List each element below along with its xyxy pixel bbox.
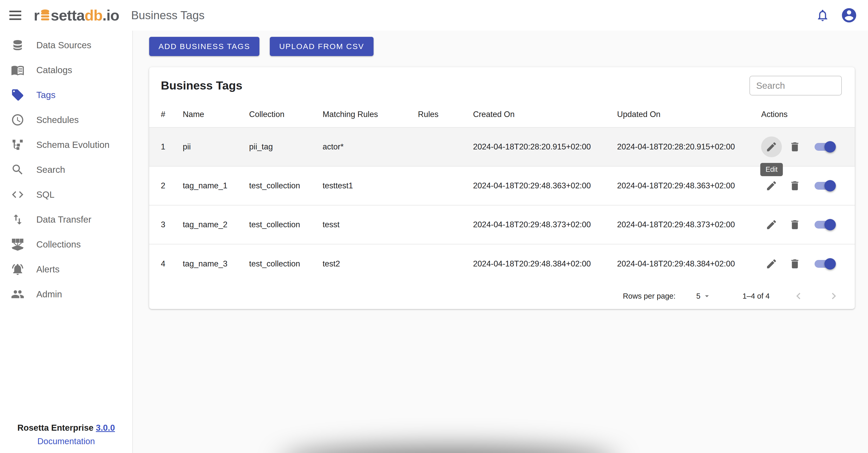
rows-per-page-select[interactable]: 5 [696,292,711,300]
sidebar-item-schedules[interactable]: Schedules [0,108,132,132]
dropdown-arrow-icon [703,292,711,300]
edit-button[interactable] [761,253,782,274]
logo-text-1: r [34,8,39,23]
enabled-toggle[interactable] [814,182,834,190]
code-icon [11,188,24,201]
collections-icon [11,238,24,251]
main-content: ADD BUSINESS TAGS UPLOAD FROM CSV Busine… [133,31,868,453]
menu-icon[interactable] [4,4,27,27]
enabled-toggle[interactable] [814,260,834,268]
app-logo[interactable]: r setta db .io [34,8,119,23]
edit-icon [766,219,777,231]
rows-per-page-label: Rows per page: [623,292,676,300]
cell-num: 1 [149,127,171,166]
card-title: Business Tags [161,79,242,92]
enabled-toggle[interactable] [814,221,834,229]
cell-name: tag_name_3 [171,244,237,283]
edit-button[interactable]: Edit [761,137,782,157]
col-num: # [149,101,171,127]
cell-collection: test_collection [237,166,311,205]
cell-name: pii [171,127,237,166]
sidebar-item-label: Schedules [36,115,79,125]
chevron-right-icon [827,290,840,303]
col-updated-on: Updated On [606,101,749,127]
topbar: r setta db .io Business Tags [0,0,868,31]
search-input[interactable] [749,76,842,95]
chevron-left-icon [792,290,805,303]
add-business-tags-button[interactable]: ADD BUSINESS TAGS [149,37,259,56]
delete-icon [789,141,801,153]
notifications-icon[interactable] [815,8,830,22]
sidebar-item-label: Alerts [36,264,59,274]
transfer-icon [11,213,24,226]
delete-icon [789,219,801,231]
business-tags-card: Business Tags # Name Collection Matching… [149,67,855,309]
pagination-bar: Rows per page: 5 1–4 of 4 [149,283,855,309]
edit-button[interactable] [761,175,782,196]
database-icon [11,38,24,52]
tag-icon [11,88,24,102]
sidebar-item-data-transfer[interactable]: Data Transfer [0,207,132,232]
col-created-on: Created On [461,101,605,127]
cell-num: 3 [149,205,171,244]
cell-created: 2024-04-18T20:29:48.363+02:00 [461,166,605,205]
table-row: 3 tag_name_2 test_collection tesst 2024-… [149,205,855,244]
sidebar-item-label: Collections [36,239,81,250]
col-name: Name [171,101,237,127]
upload-from-csv-button[interactable]: UPLOAD FROM CSV [270,37,374,56]
table-row: 1 pii pii_tag actor* 2024-04-18T20:28:20… [149,127,855,166]
cell-num: 4 [149,244,171,283]
alert-bell-icon [11,263,24,276]
col-collection: Collection [237,101,311,127]
cell-updated: 2024-04-18T20:28:20.915+02:00 [606,127,749,166]
delete-button[interactable] [784,175,805,196]
business-tags-table: # Name Collection Matching Rules Rules C… [149,101,855,283]
delete-button[interactable] [784,137,805,157]
cell-collection: pii_tag [237,127,311,166]
next-page-button[interactable] [827,290,840,303]
edit-icon [766,141,777,153]
sidebar-item-label: Search [36,164,65,175]
cell-collection: test_collection [237,244,311,283]
logo-text-3: db [85,8,102,23]
cell-name: tag_name_1 [171,166,237,205]
sidebar-item-schema-evolution[interactable]: Schema Evolution [0,132,132,157]
cell-updated: 2024-04-18T20:29:48.384+02:00 [606,244,749,283]
cell-created: 2024-04-18T20:29:48.384+02:00 [461,244,605,283]
edit-icon [766,180,777,192]
edit-tooltip: Edit [761,163,783,176]
edit-icon [766,258,777,270]
documentation-link[interactable]: Documentation [37,436,95,446]
sidebar-item-collections[interactable]: Collections [0,232,132,257]
sidebar-item-label: SQL [36,189,55,200]
cell-rules [406,205,461,244]
delete-icon [789,258,801,270]
sidebar-item-sql[interactable]: SQL [0,182,132,207]
cell-collection: test_collection [237,205,311,244]
sidebar-item-admin[interactable]: Admin [0,282,132,307]
edit-button[interactable] [761,214,782,235]
cell-matching: test2 [311,244,406,283]
search-icon [11,163,24,176]
sidebar-item-search[interactable]: Search [0,157,132,182]
sidebar-item-alerts[interactable]: Alerts [0,257,132,282]
delete-button[interactable] [784,253,805,274]
col-matching-rules: Matching Rules [311,101,406,127]
previous-page-button[interactable] [792,290,805,303]
cell-matching: testtest1 [311,166,406,205]
cell-num: 2 [149,166,171,205]
delete-button[interactable] [784,214,805,235]
cell-updated: 2024-04-18T20:29:48.363+02:00 [606,166,749,205]
account-avatar[interactable] [840,7,858,24]
sidebar-item-data-sources[interactable]: Data Sources [0,33,132,58]
sidebar-item-tags[interactable]: Tags [0,83,132,108]
sidebar-item-catalogs[interactable]: Catalogs [0,58,132,83]
sidebar-item-label: Admin [36,289,62,299]
enabled-toggle[interactable] [814,143,834,151]
col-actions: Actions [749,101,855,127]
page-title: Business Tags [131,9,205,22]
version-link[interactable]: 3.0.0 [96,423,115,432]
cell-matching: tesst [311,205,406,244]
clock-icon [11,113,24,127]
cell-created: 2024-04-18T20:29:48.373+02:00 [461,205,605,244]
